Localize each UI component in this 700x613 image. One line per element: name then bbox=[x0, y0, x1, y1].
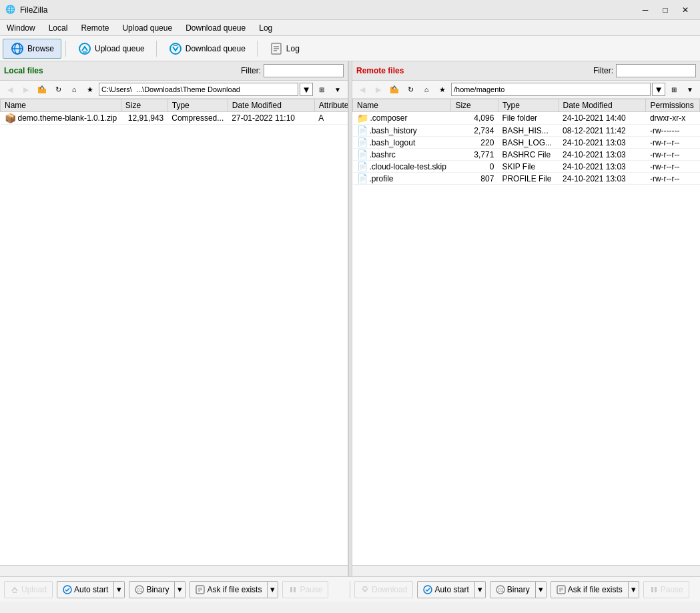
local-bookmark-button[interactable]: ★ bbox=[83, 83, 97, 96]
remote-panel: Remote files Filter: ◀ ▶ bbox=[352, 61, 700, 576]
download-queue-button[interactable]: Download queue bbox=[161, 39, 253, 59]
local-autostart-dropdown[interactable]: ▾ bbox=[114, 581, 125, 598]
remote-col-size[interactable]: Size bbox=[451, 99, 498, 112]
log-button[interactable]: Log bbox=[262, 39, 307, 59]
local-col-size[interactable]: Size bbox=[121, 99, 167, 112]
local-filter-input[interactable] bbox=[264, 64, 344, 77]
file-name: 📄 .bashrc bbox=[353, 149, 451, 161]
remote-file-row[interactable]: 📄 .bashrc 3,771 BASHRC File 24-10-2021 1… bbox=[353, 149, 700, 161]
maximize-button[interactable]: □ bbox=[656, 3, 675, 17]
menu-upload-queue[interactable]: Upload queue bbox=[115, 21, 179, 35]
remote-file-list[interactable]: Name Size Type Date Modified Permissions… bbox=[352, 99, 700, 565]
local-path-dropdown[interactable]: ▼ bbox=[300, 83, 313, 96]
remote-path-dropdown[interactable]: ▼ bbox=[652, 83, 665, 96]
window-controls: ─ □ ✕ bbox=[636, 3, 695, 17]
menu-window[interactable]: Window bbox=[0, 21, 42, 35]
file-size: 4,096 bbox=[451, 112, 498, 125]
remote-view-icon: ⊞ bbox=[671, 86, 677, 93]
remote-ask-group: Ask if file exists ▾ bbox=[551, 581, 639, 598]
file-size: 220 bbox=[451, 137, 498, 149]
remote-autostart-dropdown[interactable]: ▾ bbox=[475, 581, 486, 598]
file-name: 📄 .bash_history bbox=[353, 125, 451, 137]
browse-button[interactable]: Browse bbox=[3, 39, 61, 59]
remote-path-input[interactable]: /home/magento bbox=[451, 83, 651, 96]
file-permissions: -rw-r--r-- bbox=[646, 149, 700, 161]
file-icon: 📄 bbox=[357, 173, 368, 183]
remote-autostart-icon bbox=[423, 584, 432, 594]
local-refresh-button[interactable]: ↻ bbox=[51, 83, 65, 96]
remote-col-date[interactable]: Date Modified bbox=[559, 99, 646, 112]
toolbar: Browse Upload queue Download queue bbox=[0, 36, 700, 61]
local-col-type[interactable]: Type bbox=[167, 99, 228, 112]
local-view-button[interactable]: ⊞ bbox=[314, 83, 329, 96]
file-icon: 📄 bbox=[357, 149, 368, 159]
local-filter-label: Filter: bbox=[241, 66, 261, 75]
remote-forward-button[interactable]: ▶ bbox=[371, 83, 386, 96]
menu-download-queue[interactable]: Download queue bbox=[179, 21, 252, 35]
remote-file-row[interactable]: 📄 .bash_logout 220 BASH_LOG... 24-10-202… bbox=[353, 137, 700, 149]
local-autostart-icon bbox=[63, 584, 72, 594]
file-permissions: -rw-r--r-- bbox=[646, 161, 700, 173]
remote-hscroll[interactable] bbox=[352, 565, 700, 576]
remote-binary-label: Binary bbox=[507, 585, 530, 594]
upload-button[interactable]: Upload bbox=[4, 581, 53, 598]
remote-ask-button[interactable]: Ask if file exists bbox=[551, 581, 629, 598]
remote-autostart-button[interactable]: Auto start bbox=[417, 581, 474, 598]
local-up-button[interactable] bbox=[35, 83, 49, 96]
local-hscroll[interactable] bbox=[0, 565, 348, 576]
remote-binary-button[interactable]: 01 Binary bbox=[490, 581, 536, 598]
remote-pause-icon bbox=[649, 584, 659, 594]
svg-rect-23 bbox=[290, 587, 292, 592]
local-pause-button[interactable]: Pause bbox=[282, 581, 328, 598]
remote-refresh-button[interactable]: ↻ bbox=[403, 83, 418, 96]
remote-pause-button[interactable]: Pause bbox=[643, 581, 689, 598]
local-col-name[interactable]: Name bbox=[1, 99, 121, 112]
local-binary-dropdown[interactable]: ▾ bbox=[175, 581, 186, 598]
remote-up-button[interactable] bbox=[387, 83, 402, 96]
menu-log[interactable]: Log bbox=[252, 21, 279, 35]
menu-local[interactable]: Local bbox=[42, 21, 75, 35]
remote-filter-input[interactable] bbox=[616, 64, 696, 77]
download-icon bbox=[360, 584, 370, 594]
remote-col-name[interactable]: Name bbox=[353, 99, 451, 112]
remote-binary-dropdown[interactable]: ▾ bbox=[536, 581, 547, 598]
remote-view-list-button[interactable]: ▼ bbox=[683, 83, 697, 96]
local-forward-button[interactable]: ▶ bbox=[19, 83, 33, 96]
remote-pause-label: Pause bbox=[661, 585, 683, 594]
upload-queue-button[interactable]: Upload queue bbox=[70, 39, 152, 59]
remote-col-perms[interactable]: Permissions bbox=[646, 99, 700, 112]
file-size: 3,771 bbox=[451, 149, 498, 161]
local-col-date[interactable]: Date Modified bbox=[228, 99, 314, 112]
file-size: 2,734 bbox=[451, 125, 498, 137]
remote-autostart-group: Auto start ▾ bbox=[417, 581, 485, 598]
local-ask-button[interactable]: Ask if file exists bbox=[190, 581, 268, 598]
download-queue-label: Download queue bbox=[186, 44, 246, 53]
toolbar-sep-1 bbox=[65, 41, 66, 57]
menu-remote[interactable]: Remote bbox=[74, 21, 115, 35]
remote-view-button[interactable]: ⊞ bbox=[667, 83, 681, 96]
remote-file-row[interactable]: 📄 .profile 807 PROFILE File 24-10-2021 1… bbox=[353, 173, 700, 185]
file-date: 24-10-2021 13:03 bbox=[559, 149, 646, 161]
local-autostart-button[interactable]: Auto start bbox=[57, 581, 114, 598]
remote-file-row[interactable]: 📄 .bash_history 2,734 BASH_HIS... 08-12-… bbox=[353, 125, 700, 137]
local-file-list[interactable]: Name Size Type Date Modified Attributes … bbox=[0, 99, 348, 565]
remote-file-row[interactable]: 📄 .cloud-locale-test.skip 0 SKIP File 24… bbox=[353, 161, 700, 173]
remote-home-button[interactable]: ⌂ bbox=[419, 83, 434, 96]
local-back-button[interactable]: ◀ bbox=[3, 83, 17, 96]
local-file-row[interactable]: 📦 demo.theme-blank-1.0.1.zip 12,91,943 C… bbox=[1, 112, 348, 125]
local-ask-dropdown[interactable]: ▾ bbox=[268, 581, 278, 598]
local-path-input[interactable]: C:\Users\ ...\Downloads\Theme Download bbox=[99, 83, 298, 96]
remote-col-type[interactable]: Type bbox=[498, 99, 559, 112]
remote-bookmark-button[interactable]: ★ bbox=[435, 83, 450, 96]
local-view-list-button[interactable]: ▼ bbox=[330, 83, 345, 96]
local-home-button[interactable]: ⌂ bbox=[67, 83, 81, 96]
remote-back-button[interactable]: ◀ bbox=[355, 83, 370, 96]
svg-text:01: 01 bbox=[498, 588, 503, 592]
download-button[interactable]: Download bbox=[354, 581, 413, 598]
local-col-attr[interactable]: Attributes bbox=[314, 99, 348, 112]
minimize-button[interactable]: ─ bbox=[636, 3, 655, 17]
remote-file-row[interactable]: 📁 .composer 4,096 File folder 24-10-2021… bbox=[353, 112, 700, 125]
remote-ask-dropdown[interactable]: ▾ bbox=[629, 581, 639, 598]
close-button[interactable]: ✕ bbox=[676, 3, 695, 17]
local-binary-button[interactable]: 01 Binary bbox=[129, 581, 175, 598]
